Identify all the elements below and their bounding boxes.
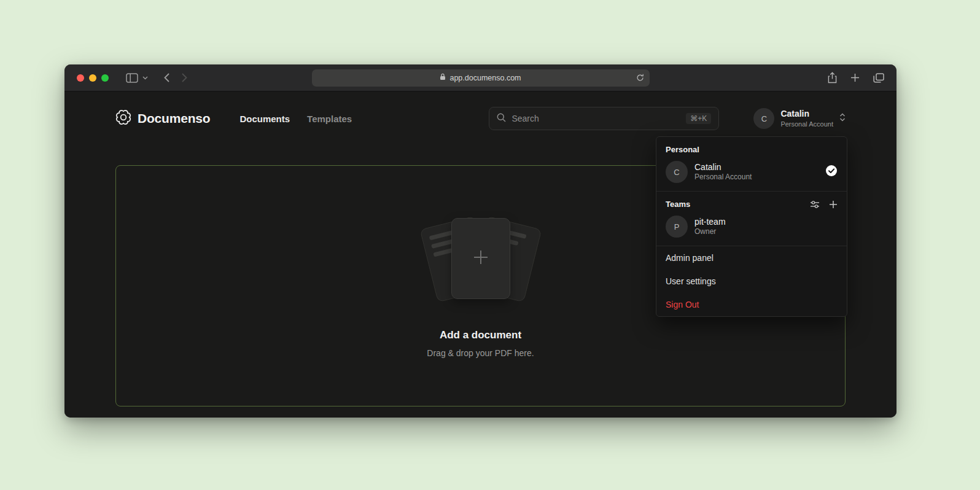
account-name: Catalin <box>780 109 833 120</box>
tab-overview-icon[interactable] <box>873 73 884 83</box>
share-icon[interactable] <box>828 72 837 84</box>
selected-check-icon <box>825 165 838 179</box>
nav-templates[interactable]: Templates <box>307 114 352 124</box>
minimize-window-button[interactable] <box>89 74 96 82</box>
teams-actions <box>810 200 838 209</box>
document-stack-illustration <box>419 214 542 306</box>
menu-item-sign-out[interactable]: Sign Out <box>656 293 847 316</box>
avatar: C <box>753 108 774 129</box>
search-shortcut-badge: ⌘+K <box>686 113 711 124</box>
account-dropdown-menu: Personal C Catalin Personal Account Team… <box>656 136 847 317</box>
avatar: C <box>666 161 688 183</box>
forward-button[interactable] <box>182 73 187 82</box>
new-tab-icon[interactable] <box>850 73 860 82</box>
team-role: Owner <box>694 227 726 237</box>
address-bar[interactable]: app.documenso.com <box>312 69 650 87</box>
personal-account-text: Catalin Personal Account <box>694 161 752 182</box>
illustration-card-center <box>451 218 510 299</box>
refresh-icon[interactable] <box>636 74 644 84</box>
url-text: app.documenso.com <box>449 74 521 82</box>
team-item[interactable]: P pit-team Owner <box>656 212 847 246</box>
dropzone-title: Add a document <box>440 329 521 341</box>
back-button[interactable] <box>164 73 169 82</box>
plus-icon <box>472 249 489 268</box>
account-text: Catalin Personal Account <box>780 109 833 128</box>
personal-section-label: Personal <box>656 137 847 158</box>
teams-section-header: Teams <box>656 192 847 212</box>
main-nav: Documents Templates <box>239 114 352 124</box>
brand[interactable]: Documenso <box>115 109 210 128</box>
traffic-lights <box>77 74 109 82</box>
brand-name: Documenso <box>138 111 210 126</box>
manage-teams-icon[interactable] <box>810 200 820 209</box>
account-menu-button[interactable]: C Catalin Personal Account <box>753 108 846 129</box>
app-header: Documenso Documents Templates ⌘+K C Cata… <box>115 91 846 132</box>
menu-item-admin-panel[interactable]: Admin panel <box>656 246 847 270</box>
zoom-window-button[interactable] <box>101 74 109 82</box>
search-box: ⌘+K <box>489 107 719 130</box>
add-team-icon[interactable] <box>829 200 838 209</box>
titlebar-right-actions <box>828 72 884 84</box>
teams-section-label: Teams <box>666 200 690 209</box>
close-window-button[interactable] <box>77 74 84 82</box>
browser-window: app.documenso.com <box>64 64 896 418</box>
sidebar-toggle-icon[interactable] <box>126 73 138 83</box>
search-icon <box>497 113 506 125</box>
avatar: P <box>666 216 688 238</box>
documenso-logo-icon <box>115 109 131 128</box>
browser-titlebar: app.documenso.com <box>64 64 896 91</box>
sidebar-chevron-down-icon[interactable] <box>142 76 148 80</box>
dropzone-subtitle: Drag & drop your PDF here. <box>427 348 534 358</box>
account-subtitle: Personal Account <box>780 120 833 128</box>
personal-account-subtitle: Personal Account <box>694 173 752 182</box>
lock-icon <box>440 73 446 82</box>
personal-account-name: Catalin <box>694 161 752 173</box>
chevron-up-down-icon <box>839 112 846 125</box>
personal-account-item[interactable]: C Catalin Personal Account <box>656 158 847 191</box>
menu-item-user-settings[interactable]: User settings <box>656 270 847 293</box>
team-item-text: pit-team Owner <box>694 216 726 237</box>
team-name: pit-team <box>694 216 726 227</box>
search-input[interactable] <box>511 114 680 123</box>
nav-documents[interactable]: Documents <box>239 114 290 124</box>
